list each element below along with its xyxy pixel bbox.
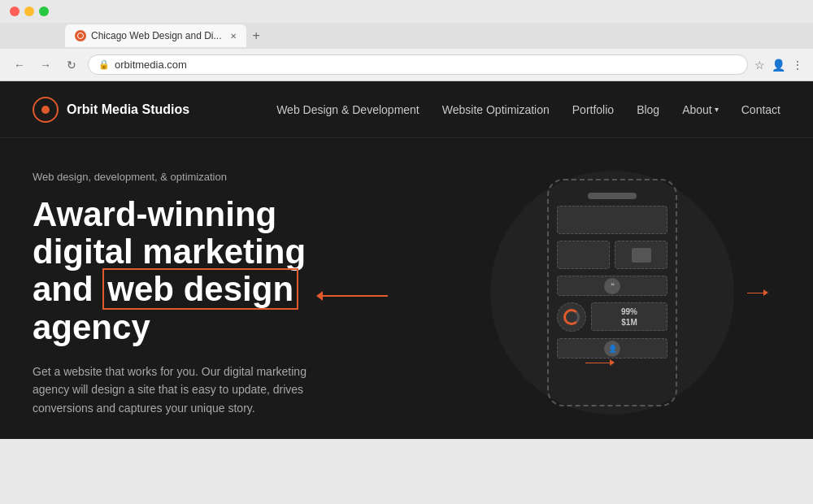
chevron-down-icon: ▾ bbox=[715, 105, 719, 114]
site-nav: Orbit Media Studios Web Design & Develop… bbox=[0, 81, 813, 138]
hero-section: Web design, development, & optimization … bbox=[0, 138, 813, 439]
url-text: orbitmedia.com bbox=[115, 59, 187, 71]
hero-title-line1: Award-winning bbox=[33, 195, 276, 233]
phone-block-3: 👤 bbox=[557, 338, 667, 358]
logo[interactable]: Orbit Media Studios bbox=[33, 97, 189, 123]
phone-block-1 bbox=[557, 206, 667, 234]
back-button[interactable]: ← bbox=[10, 55, 29, 75]
stat-percent: 99% bbox=[621, 307, 637, 316]
tab-bar: Chicago Web Design and Di... ✕ + bbox=[0, 23, 813, 49]
nav-link-about[interactable]: About ▾ bbox=[682, 103, 719, 116]
menu-icon[interactable]: ⋮ bbox=[792, 59, 803, 72]
arrow-right-head-icon bbox=[763, 289, 768, 296]
tab-close-icon[interactable]: ✕ bbox=[230, 32, 237, 41]
hero-title: Award-winning digital marketing and web … bbox=[33, 196, 428, 346]
logo-inner-dot bbox=[41, 106, 50, 114]
bookmark-icon[interactable]: ☆ bbox=[754, 59, 765, 72]
quote-icon: ❝ bbox=[604, 278, 620, 294]
phone-row-block-left bbox=[557, 241, 610, 269]
phone-row-2: 99% $1M bbox=[557, 302, 667, 332]
browser-titlebar bbox=[0, 0, 813, 23]
url-bar[interactable]: 🔒 orbitmedia.com bbox=[88, 54, 748, 75]
chart-circle bbox=[557, 302, 586, 332]
nav-link-contact[interactable]: Contact bbox=[741, 103, 780, 116]
hero-title-line4: agency bbox=[33, 308, 150, 346]
refresh-button[interactable]: ↻ bbox=[62, 55, 81, 75]
phone-top-bar bbox=[588, 193, 637, 199]
profile-icon[interactable]: 👤 bbox=[772, 59, 785, 72]
hero-title-line3-pre: and bbox=[33, 270, 102, 308]
nav-links: Web Design & Development Website Optimiz… bbox=[276, 103, 780, 116]
nav-link-web-design[interactable]: Web Design & Development bbox=[276, 103, 420, 116]
float-arrow-right bbox=[747, 289, 768, 296]
phone-row-1 bbox=[557, 241, 667, 269]
phone-illustration: ❝ 99% $1M 👤 bbox=[547, 179, 677, 406]
hero-title-highlight: web design bbox=[102, 268, 298, 310]
maximize-button[interactable] bbox=[39, 7, 49, 16]
tab-title: Chicago Web Design and Di... bbox=[91, 30, 222, 41]
stat-dollar: $1M bbox=[621, 318, 637, 327]
tab-favicon bbox=[75, 30, 86, 41]
nav-link-about-label: About bbox=[682, 103, 712, 116]
address-actions: ☆ 👤 ⋮ bbox=[754, 59, 803, 72]
stats-card: 99% $1M bbox=[591, 302, 667, 331]
hero-description: Get a website that works for you. Our di… bbox=[33, 363, 341, 417]
hero-left: Web design, development, & optimization … bbox=[33, 171, 444, 415]
browser-chrome: Chicago Web Design and Di... ✕ + ← → ↻ 🔒… bbox=[0, 0, 813, 81]
minimize-button[interactable] bbox=[24, 7, 34, 16]
logo-icon bbox=[33, 97, 59, 123]
phone-block-2: ❝ bbox=[557, 276, 667, 296]
hero-arrow bbox=[316, 291, 388, 301]
hero-right: ❝ 99% $1M 👤 bbox=[444, 171, 780, 415]
close-button[interactable] bbox=[10, 7, 20, 16]
user-icon: 👤 bbox=[604, 341, 620, 357]
hero-subtitle: Web design, development, & optimization bbox=[33, 171, 428, 183]
arrow-line-right bbox=[747, 293, 763, 293]
address-bar: ← → ↻ 🔒 orbitmedia.com ☆ 👤 ⋮ bbox=[0, 49, 813, 81]
traffic-lights bbox=[10, 7, 49, 16]
left-arrow-head-icon bbox=[316, 291, 323, 301]
arrow-line bbox=[323, 295, 388, 297]
phone-row-block-right bbox=[615, 241, 667, 269]
new-tab-button[interactable]: + bbox=[253, 28, 260, 43]
logo-text: Orbit Media Studios bbox=[67, 102, 189, 117]
hero-title-line2: digital marketing bbox=[33, 232, 306, 271]
nav-link-blog[interactable]: Blog bbox=[637, 103, 659, 116]
website-content: Orbit Media Studios Web Design & Develop… bbox=[0, 81, 813, 439]
nav-link-optimization[interactable]: Website Optimization bbox=[442, 103, 550, 116]
nav-link-portfolio[interactable]: Portfolio bbox=[572, 103, 614, 116]
forward-button[interactable]: → bbox=[36, 55, 55, 75]
lock-icon: 🔒 bbox=[98, 59, 110, 70]
browser-tab[interactable]: Chicago Web Design and Di... ✕ bbox=[65, 24, 246, 47]
